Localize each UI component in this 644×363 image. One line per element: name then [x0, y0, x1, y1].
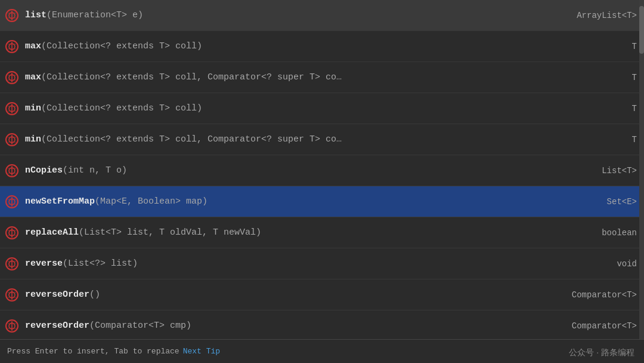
method-return-type: T [565, 42, 637, 51]
method-content: min(Collection<? extends T> coll, Compar… [25, 134, 637, 144]
method-content: replaceAll(List<T> list, T oldVal, T new… [25, 227, 637, 238]
autocomplete-item[interactable]: nCopies(int n, T o)List<T> [0, 155, 644, 186]
next-tip-button[interactable]: Next Tip [183, 347, 220, 356]
method-params: (Collection<? extends T> coll, Comparato… [41, 134, 342, 144]
method-content: nCopies(int n, T o)List<T> [25, 165, 637, 176]
method-params: (Map<E, Boolean> map) [95, 196, 208, 207]
method-content: reverseOrder(Comparator<T> cmp)Comparato… [25, 321, 637, 331]
autocomplete-item[interactable]: max(Collection<? extends T> coll, Compar… [0, 62, 644, 93]
method-name: reverseOrder [25, 321, 89, 331]
autocomplete-item[interactable]: newSetFromMap(Map<E, Boolean> map)Set<E> [0, 186, 644, 217]
method-return-type: T [565, 73, 637, 82]
method-icon [5, 226, 19, 240]
method-return-type: void [565, 259, 637, 269]
method-icon [5, 39, 19, 54]
method-name: nCopies [25, 165, 63, 176]
method-icon [5, 164, 19, 178]
method-content: newSetFromMap(Map<E, Boolean> map)Set<E> [25, 196, 637, 207]
method-name: newSetFromMap [25, 196, 95, 207]
method-return-type: Comparator<T> [560, 290, 637, 300]
method-name: reverse [25, 259, 63, 269]
autocomplete-panel: list(Enumeration<T> e)ArrayList<T> max(C… [0, 0, 644, 363]
method-params: (List<?> list) [63, 259, 138, 269]
method-icon [5, 257, 19, 271]
method-content: reverseOrder()Comparator<T> [25, 290, 637, 300]
method-return-type: T [565, 104, 637, 113]
items-list: list(Enumeration<T> e)ArrayList<T> max(C… [0, 0, 644, 339]
method-params: (Collection<? extends T> coll) [41, 41, 202, 51]
watermark: 公众号 · 路条编程 [569, 347, 634, 358]
method-icon [5, 101, 19, 116]
method-icon [5, 288, 19, 302]
autocomplete-item[interactable]: max(Collection<? extends T> coll)T [0, 31, 644, 62]
autocomplete-item[interactable]: reverseOrder(Comparator<T> cmp)Comparato… [0, 310, 644, 339]
method-icon [5, 8, 19, 23]
autocomplete-item[interactable]: list(Enumeration<T> e)ArrayList<T> [0, 0, 644, 31]
method-content: min(Collection<? extends T> coll)T [25, 103, 637, 113]
method-icon [5, 70, 19, 85]
autocomplete-item[interactable]: min(Collection<? extends T> coll, Compar… [0, 124, 644, 155]
autocomplete-item[interactable]: min(Collection<? extends T> coll)T [0, 93, 644, 124]
method-icon [5, 195, 19, 209]
method-return-type: Set<E> [565, 197, 637, 207]
autocomplete-item[interactable]: replaceAll(List<T> list, T oldVal, T new… [0, 217, 644, 248]
method-params: (Enumeration<T> e) [47, 10, 143, 20]
scrollbar-thumb[interactable] [639, 6, 644, 54]
method-return-type: List<T> [565, 166, 637, 176]
method-return-type: T [565, 135, 637, 144]
method-params: (Collection<? extends T> coll, Comparato… [41, 72, 342, 82]
method-return-type: boolean [565, 228, 637, 238]
method-content: list(Enumeration<T> e)ArrayList<T> [25, 10, 637, 20]
method-params: (int n, T o) [63, 165, 127, 176]
method-return-type: ArrayList<T> [565, 11, 637, 20]
method-name: min [25, 134, 41, 144]
method-content: max(Collection<? extends T> coll, Compar… [25, 72, 637, 82]
status-bar: Press Enter to insert, Tab to replace Ne… [0, 339, 644, 363]
method-params: (List<T> list, T oldVal, T newVal) [79, 227, 261, 238]
method-content: reverse(List<?> list)void [25, 259, 637, 269]
autocomplete-item[interactable]: reverse(List<?> list)void [0, 248, 644, 279]
method-name: replaceAll [25, 227, 79, 238]
method-params: (Collection<? extends T> coll) [41, 103, 202, 113]
method-name: min [25, 103, 41, 113]
method-params: () [89, 290, 100, 300]
method-name: list [25, 10, 47, 20]
status-press-text: Press Enter to insert, Tab to replace [7, 347, 179, 356]
autocomplete-item[interactable]: reverseOrder()Comparator<T> [0, 279, 644, 310]
method-icon [5, 319, 19, 333]
method-return-type: Comparator<T> [560, 321, 637, 331]
scrollbar[interactable] [639, 0, 644, 339]
method-name: max [25, 72, 41, 82]
method-icon [5, 133, 19, 147]
method-content: max(Collection<? extends T> coll)T [25, 41, 637, 51]
method-name: reverseOrder [25, 290, 89, 300]
method-params: (Comparator<T> cmp) [89, 321, 191, 331]
method-name: max [25, 41, 41, 51]
